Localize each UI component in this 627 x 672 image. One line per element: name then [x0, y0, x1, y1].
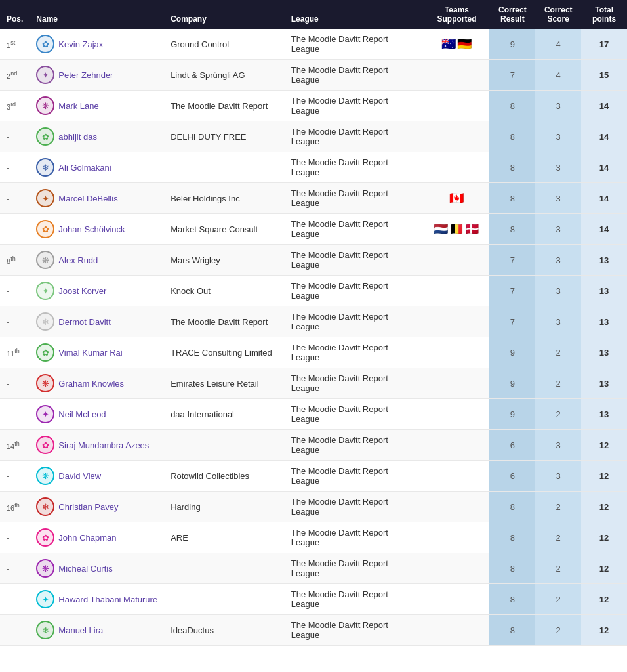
avatar: ✿	[36, 220, 54, 238]
league-cell: The Moodie Davitt Report League	[285, 276, 424, 306]
company-cell: Market Square Consult	[164, 214, 285, 245]
teams-cell	[424, 276, 490, 306]
name-cell: ✿Vimal Kumar Rai	[30, 337, 164, 368]
correct-score-cell: 3	[535, 430, 581, 461]
name-cell: ✿Kevin Zajax	[30, 29, 164, 60]
table-row: -✦Joost KorverKnock OutThe Moodie Davitt…	[0, 276, 627, 306]
player-name-link[interactable]: Marcel DeBellis	[58, 194, 117, 203]
total-points-cell: 13	[581, 368, 627, 399]
total-points-cell: 14	[581, 183, 627, 214]
teams-cell	[424, 553, 490, 584]
correct-result-cell: 8	[489, 492, 535, 522]
correct-result-cell: 9	[489, 399, 535, 430]
col-header-league: League	[285, 0, 424, 29]
correct-result-cell: 7	[489, 276, 535, 306]
correct-score-cell: 3	[535, 245, 581, 276]
league-cell: The Moodie Davitt Report League	[285, 522, 424, 553]
avatar: ✦	[36, 66, 54, 84]
teams-cell	[424, 152, 490, 183]
company-cell: ARE	[164, 522, 285, 553]
league-cell: The Moodie Davitt Report League	[285, 368, 424, 399]
avatar: ❄	[36, 621, 54, 639]
player-name-link[interactable]: Alex Rudd	[58, 255, 98, 265]
pos-cell: 8th	[0, 245, 30, 276]
team-flag: 🇧🇪	[449, 222, 464, 236]
name-cell: ✦Joost Korver	[30, 276, 164, 306]
total-points-cell: 14	[581, 91, 627, 121]
player-name-link[interactable]: Kevin Zajax	[58, 39, 103, 49]
player-name-link[interactable]: Haward Thabani Maturure	[58, 595, 157, 604]
company-cell	[164, 553, 285, 584]
player-name-link[interactable]: David View	[58, 471, 101, 481]
total-points-cell: 12	[581, 615, 627, 646]
player-name-link[interactable]: Christian Pavey	[58, 502, 118, 512]
total-points-cell: 17	[581, 29, 627, 60]
name-cell: ✦Haward Thabani Maturure	[30, 584, 164, 615]
correct-score-cell: 3	[535, 91, 581, 121]
total-points-cell: 12	[581, 584, 627, 615]
player-name-link[interactable]: abhijit das	[58, 132, 97, 142]
correct-score-cell: 4	[535, 60, 581, 91]
player-name-link[interactable]: Ali Golmakani	[58, 163, 111, 173]
total-points-cell: 12	[581, 430, 627, 461]
table-row: 14th✿Siraj Mundambra AzeesThe Moodie Dav…	[0, 430, 627, 461]
team-flag: 🇦🇺	[441, 37, 456, 51]
company-cell: Beler Holdings Inc	[164, 183, 285, 214]
player-name-link[interactable]: Mark Lane	[58, 101, 98, 111]
table-row: -❄Ali GolmakaniThe Moodie Davitt Report …	[0, 152, 627, 183]
pos-cell: -	[0, 368, 30, 399]
company-cell: Emirates Leisure Retail	[164, 368, 285, 399]
table-row: -✿John ChapmanAREThe Moodie Davitt Repor…	[0, 522, 627, 553]
player-name-link[interactable]: Peter Zehnder	[58, 70, 113, 80]
name-cell: ✦Marcel DeBellis	[30, 183, 164, 214]
correct-score-cell: 4	[535, 29, 581, 60]
total-points-cell: 13	[581, 245, 627, 276]
correct-score-cell: 3	[535, 461, 581, 492]
table-row: 3rd❋Mark LaneThe Moodie Davitt ReportThe…	[0, 91, 627, 121]
player-name-link[interactable]: Manuel Lira	[58, 625, 103, 635]
pos-cell: 2nd	[0, 60, 30, 91]
player-name-link[interactable]: Siraj Mundambra Azees	[58, 440, 149, 450]
name-cell: ✿John Chapman	[30, 522, 164, 553]
player-name-link[interactable]: Micheal Curtis	[58, 564, 112, 574]
player-name-link[interactable]: Neil McLeod	[58, 410, 106, 419]
pos-cell: -	[0, 306, 30, 337]
col-header-correct-result: CorrectResult	[489, 0, 535, 29]
correct-result-cell: 8	[489, 183, 535, 214]
league-cell: The Moodie Davitt Report League	[285, 553, 424, 584]
player-name-link[interactable]: Vimal Kumar Rai	[58, 348, 122, 358]
teams-cell: 🇦🇺🇩🇪	[424, 29, 490, 60]
correct-score-cell: 3	[535, 306, 581, 337]
teams-cell	[424, 615, 490, 646]
correct-result-cell: 8	[489, 214, 535, 245]
league-cell: The Moodie Davitt Report League	[285, 245, 424, 276]
teams-cell	[424, 91, 490, 121]
player-name-link[interactable]: Johan Schölvinck	[58, 224, 125, 234]
league-cell: The Moodie Davitt Report League	[285, 91, 424, 121]
name-cell: ✦Neil McLeod	[30, 399, 164, 430]
total-points-cell: 13	[581, 276, 627, 306]
avatar: ✦	[36, 590, 54, 608]
player-name-link[interactable]: Dermot Davitt	[58, 317, 110, 327]
pos-cell: 3rd	[0, 91, 30, 121]
company-cell: Ground Control	[164, 29, 285, 60]
avatar: ❄	[36, 312, 54, 331]
table-row: -❋Graham KnowlesEmirates Leisure RetailT…	[0, 368, 627, 399]
col-header-total: Totalpoints	[581, 0, 627, 29]
player-name-link[interactable]: Joost Korver	[58, 286, 106, 296]
teams-cell	[424, 121, 490, 152]
teams-cell: 🇳🇱🇧🇪🇩🇰	[424, 214, 490, 245]
correct-result-cell: 7	[489, 60, 535, 91]
pos-cell: 1st	[0, 29, 30, 60]
total-points-cell: 12	[581, 492, 627, 522]
correct-score-cell: 2	[535, 522, 581, 553]
player-name-link[interactable]: Graham Knowles	[58, 379, 124, 388]
name-cell: ❄Ali Golmakani	[30, 152, 164, 183]
table-header: Pos. Name Company League TeamsSupported …	[0, 0, 627, 29]
player-name-link[interactable]: John Chapman	[58, 533, 116, 543]
correct-result-cell: 6	[489, 461, 535, 492]
company-cell: IdeaDuctus	[164, 615, 285, 646]
league-cell: The Moodie Davitt Report League	[285, 121, 424, 152]
name-cell: ❄Christian Pavey	[30, 492, 164, 522]
correct-result-cell: 8	[489, 121, 535, 152]
